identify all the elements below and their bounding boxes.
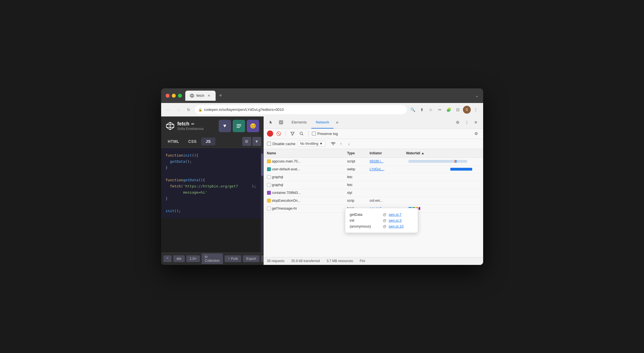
devtools-menu-icon[interactable]: ⋮ [463, 118, 471, 126]
editor-tab-actions: ⚙ ▼ [242, 137, 261, 146]
row-type: script [344, 159, 366, 163]
code-editor[interactable]: function init(){ getData(); } function g… [161, 148, 261, 253]
cut-icon[interactable]: ✂ [436, 106, 444, 114]
row-checkbox[interactable] [267, 175, 271, 179]
network-row[interactable]: graphql fetc [264, 181, 483, 189]
tab-js[interactable]: JS [201, 137, 215, 145]
network-row[interactable]: stopExecutionOn... scrip crd eni... [264, 197, 483, 205]
disable-cache-checkbox[interactable] [267, 142, 271, 146]
code-scrollbar[interactable] [261, 148, 264, 253]
col-waterfall-header: Waterfall ▲ [403, 150, 483, 156]
tab-css[interactable]: CSS [184, 137, 201, 145]
wifi-icon[interactable] [330, 140, 337, 147]
tooltip-link[interactable]: pen.js:7 [389, 212, 402, 217]
export-button[interactable]: Export [243, 255, 259, 262]
tab-network[interactable]: Network [311, 116, 334, 129]
pen-label[interactable]: ete [173, 255, 185, 262]
codepen-tab-icon [190, 93, 194, 98]
url-bar[interactable]: 🔒 codepen.io/sofiayem/pen/LYdGvLg?editor… [195, 105, 407, 114]
forward-button[interactable]: → [175, 106, 182, 114]
row-checkbox[interactable] [267, 183, 271, 187]
record-button[interactable] [267, 130, 273, 137]
tooltip-at: @ [383, 224, 387, 228]
devtools-tabs: Elements Network » [287, 116, 452, 129]
zoom-button[interactable]: 1.0× [186, 255, 200, 262]
profile-button[interactable]: 😊 [247, 120, 259, 132]
close-button[interactable] [166, 94, 170, 98]
network-table-header: Name Type Initiator Waterfall ▲ [264, 149, 483, 158]
like-button[interactable]: ♥ [219, 120, 231, 132]
browser-window: fetch ✕ + ⌄ ← → ↻ 🔒 codepen.io/sofiayem/… [161, 88, 483, 265]
tab-close-button[interactable]: ✕ [207, 93, 211, 98]
details-button[interactable] [233, 120, 245, 132]
tab-overflow-button[interactable]: ⌄ [475, 93, 479, 98]
network-settings-icon[interactable]: ⚙ [473, 130, 480, 137]
console-toggle-button[interactable]: ^ [163, 255, 172, 262]
tooltip-function: init [350, 218, 381, 223]
edit-icon[interactable]: ✏ [191, 122, 195, 126]
search-network-button[interactable] [298, 130, 305, 137]
url-text: codepen.io/sofiayem/pen/LYdGvLg?editors=… [204, 107, 403, 112]
upload-icon[interactable]: ↑ [338, 140, 344, 147]
network-row[interactable]: user-default-avat... webp LYdGvL... [264, 166, 483, 173]
network-toolbar2: Disable cache No throttling ▼ [264, 139, 483, 149]
sort-icon: ▲ [421, 151, 424, 155]
fork-button[interactable]: ⑂ Fork [225, 255, 241, 262]
menu-icon[interactable]: ⋮ [472, 106, 480, 114]
toolbar-icons: 🔍 ⬆ ☆ ✂ 🧩 ⊡ S ⋮ [409, 106, 480, 114]
initiator-link[interactable]: 69186.j... [370, 159, 383, 163]
keyword: function [166, 177, 183, 183]
extension-icon[interactable]: 🧩 [445, 106, 453, 114]
bookmark-icon[interactable]: ☆ [427, 106, 435, 114]
initiator-link[interactable]: LYdGvL... [370, 167, 384, 171]
download-icon[interactable]: ↓ [346, 140, 352, 147]
back-button[interactable]: ← [165, 106, 172, 114]
tooltip-function: getData [350, 212, 381, 217]
layers-tool-icon[interactable] [277, 118, 285, 126]
function-name: getData [183, 177, 198, 183]
tooltip-link[interactable]: pen.js:3 [389, 218, 402, 223]
network-table: Name Type Initiator Waterfall ▲ appcues.… [264, 149, 483, 257]
code-scroll-wrapper: function init(){ getData(); } function g… [161, 148, 264, 253]
avatar[interactable]: S [463, 106, 471, 114]
disable-cache-label: Disable cache [273, 142, 296, 146]
clear-button[interactable]: 🚫 [275, 130, 282, 137]
codepen-title-area: fetch ✏ Sofia Emelianova [166, 121, 204, 131]
row-checkbox[interactable] [267, 207, 271, 210]
code-scrollbar-thumb [261, 153, 263, 176]
tooltip-link[interactable]: pen.js:10 [389, 224, 404, 228]
search-icon[interactable]: 🔍 [409, 106, 417, 114]
devtools-close-icon[interactable]: ✕ [472, 118, 480, 126]
devtools-settings-icon[interactable]: ⚙ [454, 118, 462, 126]
throttle-select[interactable]: No throttling ▼ [298, 141, 325, 146]
more-tabs-button[interactable]: » [334, 120, 341, 125]
profile-split-icon[interactable]: ⊡ [454, 106, 462, 114]
minimize-button[interactable] [172, 94, 176, 98]
network-row[interactable]: graphql fetc [264, 173, 483, 181]
codepen-title: fetch ✏ [177, 121, 204, 127]
row-name: graphql [264, 183, 344, 187]
network-row[interactable]: container.7099d3... styl [264, 189, 483, 197]
code-line [166, 202, 256, 208]
filter-icon[interactable] [289, 130, 296, 137]
editor-collapse-button[interactable]: ▼ [252, 137, 261, 146]
tab-html[interactable]: HTML [163, 137, 184, 145]
cursor-tool-icon[interactable] [267, 118, 275, 126]
collection-button[interactable]: to Collection [202, 253, 223, 264]
devtools-panel-icons [267, 118, 285, 126]
tab-elements[interactable]: Elements [287, 116, 311, 129]
network-row[interactable]: appcues.main.70... script 69186.j... [264, 158, 483, 166]
disable-cache-area: Disable cache [267, 142, 296, 146]
string: 'https://httpbin.org/get?message=hi' [183, 183, 252, 196]
editor-settings-button[interactable]: ⚙ [242, 137, 251, 146]
preserve-log-checkbox[interactable] [312, 132, 316, 136]
codepen-actions: ♥ 😊 [219, 120, 259, 132]
toolbar-divider [286, 131, 286, 136]
browser-tab[interactable]: fetch ✕ [185, 91, 216, 101]
reload-button[interactable]: ↻ [185, 106, 193, 114]
new-tab-button[interactable]: + [217, 91, 225, 100]
row-type: webp [344, 167, 366, 171]
maximize-button[interactable] [178, 94, 182, 98]
share-icon[interactable]: ⬆ [418, 106, 426, 114]
lock-icon: 🔒 [198, 108, 202, 112]
